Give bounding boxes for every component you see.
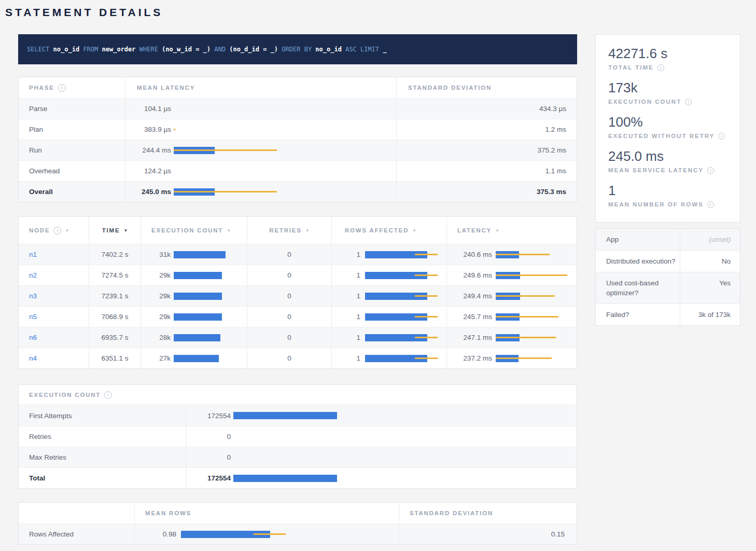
sql-statement: SELECT no_o_id FROM new_order WHERE (no_… bbox=[18, 34, 577, 64]
detail-value: 3k of 173k bbox=[680, 304, 740, 325]
rows-affected-bar bbox=[365, 251, 427, 258]
sort-desc-icon: ▼ bbox=[123, 228, 128, 233]
phase-table: PHASE i MEAN LATENCY STANDARD DEVIATION … bbox=[18, 77, 577, 202]
std-dev-header-cell: STANDARD DEVIATION bbox=[396, 77, 577, 98]
node-time: 6351.1 s bbox=[89, 348, 141, 368]
std-dev-value: 1.2 ms bbox=[396, 119, 577, 140]
node-link[interactable]: n2 bbox=[29, 271, 37, 279]
node-row: n1 7402.2 s 31k 0 1 240.6 ms bbox=[19, 244, 577, 265]
mean-latency-value: 245.0 ms bbox=[125, 188, 171, 196]
exec-row-retries: Retries 0 bbox=[19, 426, 577, 447]
node-exec-count: 29k bbox=[141, 292, 171, 300]
info-icon[interactable]: i bbox=[707, 167, 714, 174]
sort-desc-icon: ▼ bbox=[305, 228, 310, 233]
info-icon[interactable]: i bbox=[58, 84, 66, 92]
node-time: 7274.5 s bbox=[89, 265, 141, 285]
sidebar: 42271.6 s TOTAL TIME i 173k EXECUTION CO… bbox=[595, 19, 740, 326]
rows-affected-header-label: ROWS AFFECTED bbox=[345, 227, 409, 233]
execution-count-column-header[interactable]: EXECUTION COUNT ▼ bbox=[141, 217, 247, 244]
execution-count-header-label: EXECUTION COUNT bbox=[151, 227, 223, 233]
detail-value: No bbox=[680, 251, 740, 272]
rows-affected-column-header[interactable]: ROWS AFFECTED ▼ bbox=[331, 217, 446, 244]
node-column-header[interactable]: NODE i ▼ bbox=[19, 217, 89, 244]
mean-latency-value: 383.9 µs bbox=[125, 126, 171, 133]
stat-value: 100% bbox=[608, 114, 735, 130]
detail-value: Yes bbox=[680, 272, 740, 304]
exec-row-label: Retries bbox=[29, 433, 51, 440]
detail-label: Used cost-based optimizer? bbox=[596, 272, 680, 304]
detail-label: Failed? bbox=[596, 304, 680, 325]
node-retries: 0 bbox=[247, 286, 331, 306]
stat-value: 1 bbox=[608, 183, 735, 199]
mean-latency-value: 124.2 µs bbox=[125, 167, 171, 175]
stat-label: EXECUTION COUNT i bbox=[608, 98, 735, 106]
sort-desc-icon: ▼ bbox=[65, 228, 69, 233]
sort-desc-icon: ▼ bbox=[412, 228, 416, 233]
node-link[interactable]: n3 bbox=[29, 292, 37, 300]
latency-bar bbox=[496, 251, 519, 258]
std-dev-value: 375.2 ms bbox=[396, 140, 577, 160]
detail-label: Distributed execution? bbox=[596, 251, 680, 272]
std-dev-header-label: STANDARD DEVIATION bbox=[408, 85, 492, 91]
node-header-label: NODE bbox=[29, 227, 50, 233]
mean-rows-header-cell: MEAN ROWS bbox=[134, 503, 399, 524]
rows-affected-bar bbox=[365, 313, 427, 321]
phase-row-overhead: Overhead 124.2 µs 1.1 ms bbox=[19, 160, 577, 181]
stat-label-text: EXECUTED WITHOUT RETRY bbox=[608, 132, 715, 140]
phase-header-label: PHASE bbox=[29, 85, 54, 91]
node-rows-affected: 1 bbox=[332, 313, 360, 321]
node-exec-count: 29k bbox=[141, 271, 171, 279]
retries-column-header[interactable]: RETRIES ▼ bbox=[247, 217, 331, 244]
execution-count-bar bbox=[233, 475, 337, 482]
stat-mean-number-of-rows: 1 MEAN NUMBER OF ROWS i bbox=[608, 183, 735, 209]
exec-row-value: 172554 bbox=[186, 474, 231, 482]
phase-row-overall: Overall 245.0 ms 375.3 ms bbox=[19, 181, 577, 202]
stat-executed-without-retry: 100% EXECUTED WITHOUT RETRY i bbox=[608, 114, 735, 140]
info-icon[interactable]: i bbox=[53, 227, 61, 235]
node-row: n4 6351.1 s 27k 0 1 237.2 ms bbox=[19, 348, 577, 368]
latency-bar bbox=[496, 293, 520, 300]
time-column-header[interactable]: TIME ▼ bbox=[89, 217, 141, 244]
node-retries: 0 bbox=[247, 348, 331, 368]
node-exec-count: 28k bbox=[141, 334, 171, 341]
phase-name: Run bbox=[29, 146, 42, 154]
node-latency: 247.1 ms bbox=[447, 334, 492, 341]
mean-rows-header-label: MEAN ROWS bbox=[145, 510, 191, 516]
info-icon[interactable]: i bbox=[657, 64, 664, 71]
info-icon[interactable]: i bbox=[104, 391, 112, 399]
rows-affected-bar bbox=[365, 355, 427, 362]
latency-bar bbox=[174, 147, 215, 154]
stat-label-text: MEAN SERVICE LATENCY bbox=[608, 166, 704, 174]
info-icon[interactable]: i bbox=[718, 133, 725, 140]
empty-header-cell bbox=[19, 503, 134, 524]
node-exec-count: 27k bbox=[141, 354, 171, 362]
execution-count-table-title: EXECUTION COUNT i bbox=[19, 385, 577, 405]
stat-label: MEAN NUMBER OF ROWS i bbox=[608, 200, 735, 209]
stat-value: 173k bbox=[608, 80, 735, 96]
node-rows-affected: 1 bbox=[332, 292, 360, 300]
info-icon[interactable]: i bbox=[685, 99, 692, 105]
phase-name: Overall bbox=[29, 188, 53, 196]
exec-row-value: 0 bbox=[186, 453, 231, 461]
node-rows-affected: 1 bbox=[332, 251, 360, 258]
node-table-header: NODE i ▼ TIME ▼ EXECUTION COUNT ▼ RETRIE… bbox=[19, 217, 577, 244]
node-link[interactable]: n4 bbox=[29, 354, 37, 362]
node-link[interactable]: n1 bbox=[29, 251, 37, 258]
phase-name: Plan bbox=[29, 126, 43, 133]
mean-latency-header-label: MEAN LATENCY bbox=[137, 85, 195, 91]
node-row: n5 7068.9 s 29k 0 1 245.7 ms bbox=[19, 306, 577, 327]
node-exec-count: 29k bbox=[141, 313, 171, 321]
detail-row-app: App (unset) bbox=[596, 229, 740, 250]
statement-summary-card: 42271.6 s TOTAL TIME i 173k EXECUTION CO… bbox=[595, 34, 740, 223]
node-rows-affected: 1 bbox=[332, 334, 360, 341]
node-link[interactable]: n5 bbox=[29, 313, 37, 321]
mean-latency-value: 244.4 ms bbox=[125, 146, 171, 154]
node-link[interactable]: n6 bbox=[29, 334, 37, 341]
exec-row-label: Total bbox=[29, 474, 45, 482]
latency-column-header[interactable]: LATENCY ▼ bbox=[446, 217, 577, 244]
phase-header-cell: PHASE i bbox=[19, 77, 125, 98]
execution-count-bar bbox=[174, 334, 220, 341]
std-dev-value: 0.15 bbox=[399, 524, 577, 544]
info-icon[interactable]: i bbox=[707, 201, 714, 208]
node-retries: 0 bbox=[247, 265, 331, 285]
